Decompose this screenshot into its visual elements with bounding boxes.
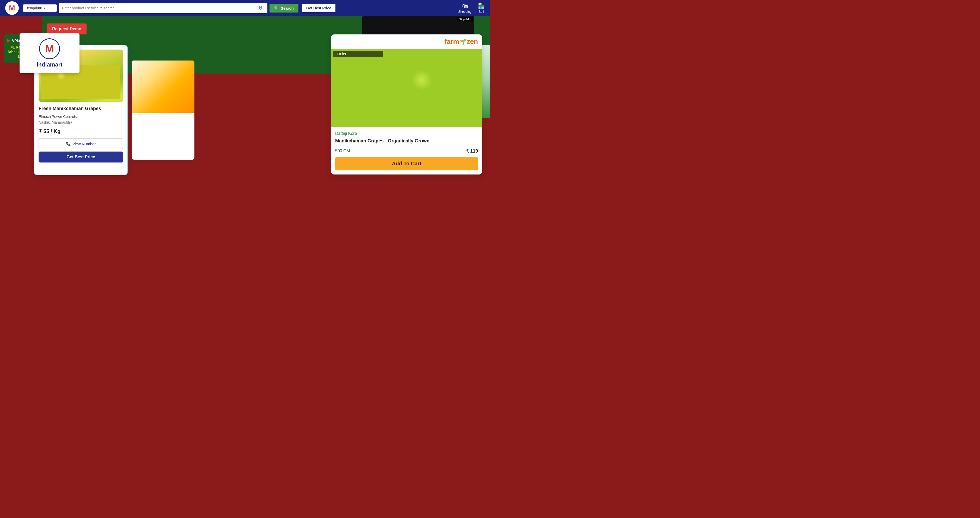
logo-area: M (5, 1, 19, 15)
supplier-link[interactable]: Dattaji Kore (335, 131, 478, 136)
get-best-price-button[interactable]: Get Best Price (302, 3, 336, 13)
shopping-icon: 🛍 (462, 3, 468, 10)
farmzen-header: farm 🌱 zen (331, 34, 482, 49)
header: M Bengaluru ▼ 🎙 🔍 Search Get Best Price … (0, 0, 490, 16)
farmzen-product-name: Manikchaman Grapes - Organically Grown (335, 138, 478, 144)
fruits-badge: Fruits (333, 51, 383, 57)
skip-ad-button[interactable]: Skip Ad » (457, 17, 473, 21)
view-number-button[interactable]: 📞 View Number (38, 139, 123, 149)
get-best-price-label: Get Best Price (306, 6, 331, 10)
indiamart-logo-overlay: M indiamart (19, 33, 80, 73)
shopping-action[interactable]: 🛍 Shopping (458, 3, 471, 14)
location-text: Bengaluru (25, 6, 42, 10)
farmzen-logo: farm 🌱 zen (444, 38, 478, 46)
vplayer-triangle-icon (7, 38, 10, 43)
sell-label: Sell (479, 10, 484, 14)
location-selector[interactable]: Bengaluru ▼ (23, 5, 57, 12)
product-location: Nashik, Maharashtra (38, 120, 123, 124)
farmzen-weight: 500 GM (335, 149, 350, 153)
logo-circle: M (5, 1, 19, 15)
search-label: Search (281, 6, 294, 10)
phone-icon: 📞 (66, 141, 71, 146)
price-row: 500 GM ₹ 119 (335, 148, 478, 154)
product-company: Elmech Power Controls (38, 115, 123, 119)
im-logo-text: indiamart (37, 61, 62, 68)
search-button[interactable]: 🔍 Search (269, 4, 298, 13)
header-right: 🛍 Shopping 🏪 Sell (458, 3, 485, 14)
search-icon: 🔍 (274, 6, 279, 10)
logo-m-icon: M (9, 4, 15, 12)
farmzen-product-image (331, 49, 482, 127)
request-demo-button[interactable]: Request Demo (47, 24, 86, 34)
farmzen-card: farm 🌱 zen Fruits Dattaji Kore Manikcham… (331, 34, 482, 174)
search-input[interactable] (62, 6, 258, 10)
get-best-price-card-label: Get Best Price (67, 155, 95, 159)
mic-icon[interactable]: 🎙 (258, 5, 263, 11)
view-number-label: View Number (72, 142, 96, 146)
product-name: Fresh Manikchaman Grapes (38, 106, 123, 112)
farmzen-logo-farm: farm (444, 38, 459, 46)
sell-action[interactable]: 🏪 Sell (478, 3, 485, 14)
add-to-cart-label: Add To Cart (392, 161, 422, 166)
request-demo-label: Request Demo (52, 27, 81, 31)
oranges-image (132, 61, 194, 113)
shopping-label: Shopping (458, 10, 471, 14)
im-logo-m-icon: M (45, 43, 54, 55)
farmzen-leaf-icon: 🌱 (460, 38, 466, 45)
grape-vines-image (331, 49, 482, 127)
sell-icon: 🏪 (478, 3, 485, 10)
farmzen-price: ₹ 119 (466, 148, 478, 154)
main-content: i VPlayer #1 Rated White-label OTT Solut… (0, 16, 490, 259)
get-best-price-card-button[interactable]: Get Best Price (38, 151, 123, 163)
product-card-second (132, 61, 194, 159)
im-logo-circle: M (39, 38, 60, 59)
search-bar: 🎙 (59, 3, 267, 13)
add-to-cart-button[interactable]: Add To Cart (335, 157, 478, 170)
farmzen-info: Dattaji Kore Manikchaman Grapes - Organi… (331, 127, 482, 174)
farmzen-logo-zen: zen (467, 38, 478, 46)
product-price: ₹ 55 / Kg (38, 128, 123, 134)
chevron-down-icon: ▼ (43, 7, 46, 10)
